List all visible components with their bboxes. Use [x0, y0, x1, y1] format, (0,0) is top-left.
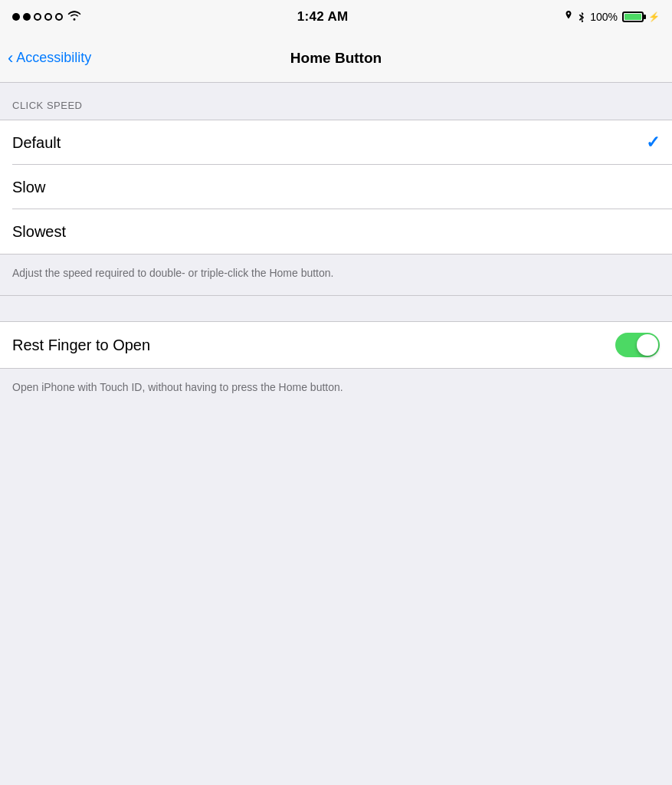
- page-title: Home Button: [290, 50, 382, 67]
- slowest-option-label: Slowest: [12, 223, 66, 241]
- toggle-knob: [637, 334, 658, 356]
- status-left: [12, 10, 81, 24]
- wifi-icon: [67, 10, 81, 24]
- signal-dots: [12, 13, 63, 21]
- bluetooth-icon: [578, 10, 585, 25]
- signal-dot-2: [23, 13, 31, 21]
- rest-finger-toggle[interactable]: [615, 333, 660, 357]
- rest-finger-label: Rest Finger to Open: [12, 337, 150, 354]
- battery-percent: 100%: [590, 11, 618, 23]
- charging-bolt-icon: ⚡: [648, 11, 660, 22]
- slow-option-row[interactable]: Slow: [0, 165, 672, 209]
- default-option-row[interactable]: Default ✓: [0, 120, 672, 165]
- content: CLICK SPEED Default ✓ Slow Slowest Adjus…: [0, 83, 672, 411]
- click-speed-label: CLICK SPEED: [12, 100, 82, 111]
- default-option-label: Default: [12, 134, 61, 152]
- back-label: Accessibility: [16, 50, 91, 66]
- status-bar: 1:42 AM 100% ⚡: [0, 0, 672, 34]
- battery-indicator: [622, 11, 644, 22]
- rest-finger-description: Open iPhone with Touch ID, without havin…: [12, 381, 343, 393]
- click-speed-group: Default ✓ Slow Slowest: [0, 120, 672, 255]
- rest-finger-group: Rest Finger to Open: [0, 321, 672, 369]
- click-speed-description: Adjust the speed required to double- or …: [12, 267, 333, 279]
- signal-dot-3: [34, 13, 41, 21]
- signal-dot-1: [12, 13, 20, 21]
- click-speed-description-block: Adjust the speed required to double- or …: [0, 255, 672, 295]
- status-time: 1:42 AM: [297, 9, 349, 25]
- signal-dot-5: [55, 13, 63, 21]
- slow-option-label: Slow: [12, 179, 45, 196]
- section-separator: [0, 295, 672, 321]
- default-checkmark-icon: ✓: [646, 133, 660, 153]
- battery-body: [622, 11, 644, 22]
- click-speed-section-header: CLICK SPEED: [0, 83, 672, 120]
- navigation-bar: ‹ Accessibility Home Button: [0, 34, 672, 83]
- status-right: 100% ⚡: [564, 10, 660, 25]
- back-button[interactable]: ‹ Accessibility: [8, 50, 91, 67]
- slowest-option-row[interactable]: Slowest: [0, 209, 672, 254]
- signal-dot-4: [44, 13, 52, 21]
- location-icon: [564, 11, 573, 24]
- rest-finger-row: Rest Finger to Open: [0, 322, 672, 368]
- back-chevron-icon: ‹: [8, 50, 13, 67]
- battery-fill: [624, 14, 641, 20]
- rest-finger-description-block: Open iPhone with Touch ID, without havin…: [0, 369, 672, 411]
